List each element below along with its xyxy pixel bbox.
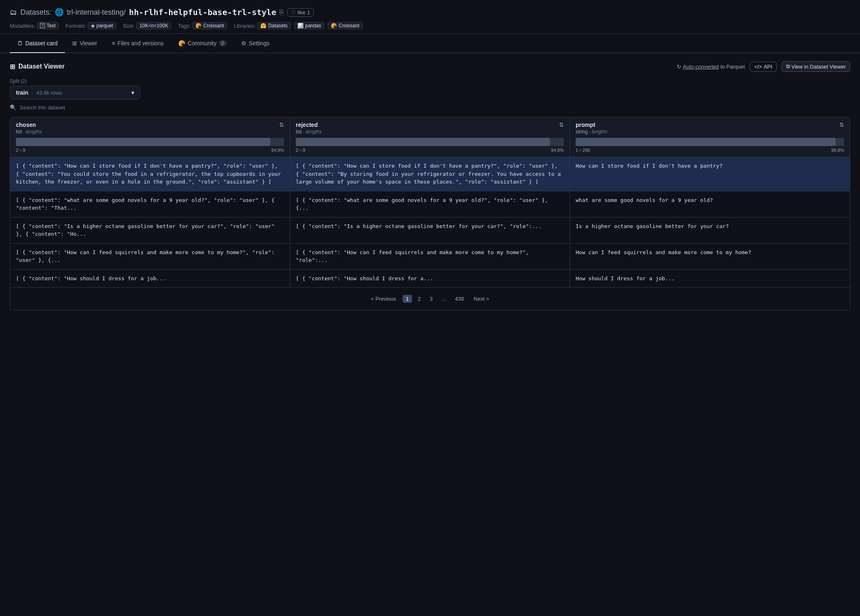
col-chosen-sort[interactable]: ⇅ [279, 122, 284, 128]
row-3-chosen: [ { "content": "How can I feed squirrels… [10, 244, 290, 269]
row-4-rejected: [ { "content": "How should I dress for a… [290, 270, 570, 288]
library-croissant[interactable]: 🥐 Croissant [328, 22, 363, 29]
files-icon: ≡ [112, 40, 115, 47]
like-count: 1 [307, 9, 310, 16]
copy-icon[interactable]: ⎘ [279, 8, 284, 17]
library-pandas[interactable]: 📊 pandas [294, 22, 324, 29]
page-2-button[interactable]: 2 [414, 295, 424, 303]
col-prompt-histogram [576, 138, 844, 146]
like-label: like [297, 9, 306, 16]
tab-files-versions[interactable]: ≡ Files and versions [104, 34, 171, 53]
col-rejected-sort[interactable]: ⇅ [559, 122, 564, 128]
parquet-icon: ◈ [91, 23, 95, 29]
split-dropdown[interactable]: train · 43.8k rows ▾ [10, 86, 140, 100]
col-rejected-type: list · lengths [296, 129, 564, 135]
col-chosen-bar [16, 138, 270, 146]
prev-page-button[interactable]: < Previous [367, 294, 400, 304]
settings-icon: ⚙ [241, 40, 246, 47]
page-1-button[interactable]: 1 [403, 295, 412, 303]
heart-icon: ♡ [291, 9, 296, 16]
row-1-rejected: [ { "content": "what are some good novel… [290, 191, 570, 217]
split-name: train [16, 89, 28, 96]
col-prompt-name: prompt ⇅ [576, 122, 844, 128]
pagination: < Previous 1 2 3 ... 439 Next > [10, 287, 850, 310]
split-dot: · [31, 89, 33, 96]
col-chosen-type: list · lengths [16, 129, 284, 135]
tags-value: 🥐 Croissant [192, 22, 227, 29]
table-row[interactable]: [ { "content": "How can I feed squirrels… [10, 243, 850, 269]
external-link-icon: ⧉ [786, 63, 790, 70]
dataset-table: chosen ⇅ list · lengths 2↔9 94.9% [10, 117, 850, 310]
row-4-prompt: How should I dress for a job... [570, 270, 850, 288]
col-chosen-name: chosen ⇅ [16, 122, 284, 128]
community-badge: 2 [219, 40, 226, 46]
tab-community[interactable]: 🥐 Community 2 [171, 34, 234, 53]
modalities-label: Modalities: [10, 23, 35, 29]
formats-item: Formats: ◈ parquet [65, 22, 116, 29]
croissant-icon: 🥐 [195, 23, 202, 29]
col-prompt-header: prompt ⇅ string · lengths 1↔206 96.8% [570, 117, 850, 157]
tab-dataset-card[interactable]: 🗒 Dataset card [10, 34, 65, 53]
croissant-lib-icon: 🥐 [331, 23, 337, 29]
col-prompt-sort[interactable]: ⇅ [839, 122, 844, 128]
table-row[interactable]: [ { "content": "Is a higher octane gasol… [10, 217, 850, 243]
table-rows: [ { "content": "How can I store food if … [10, 157, 850, 287]
viewer-title: ⊞ Dataset Viewer [10, 63, 65, 71]
row-3-prompt: How can I feed squirrels and make more c… [570, 244, 850, 269]
chevron-down-icon: ▾ [131, 89, 134, 96]
pandas-icon: 📊 [297, 23, 304, 29]
like-btn[interactable]: ♡ like 1 [287, 8, 314, 17]
col-prompt-type: string · lengths [576, 129, 844, 135]
refresh-icon: ↻ [677, 64, 681, 70]
search-icon: 🔍 [10, 104, 16, 111]
col-rejected-name: rejected ⇅ [296, 122, 564, 128]
header-title: 🗂 Datasets: 🌐 trl-internal-testing/hh-rl… [10, 7, 850, 17]
org-name: trl-internal-testing/ [67, 8, 126, 17]
viewer-actions: ↻ Auto-converted to Parquet </> API ⧉ Vi… [677, 61, 850, 72]
row-2-rejected: [ { "content": "Is a higher octane gasol… [290, 217, 570, 243]
col-prompt-stats: 1↔206 96.8% [576, 148, 844, 153]
col-rejected-histogram [296, 138, 564, 146]
col-rejected-header: rejected ⇅ list · lengths 2↔9 94.8% [290, 117, 570, 157]
row-4-chosen: [ { "content": "How should I dress for a… [10, 270, 290, 288]
size-item: Size: 10K<n<100K [123, 22, 171, 29]
viewer-header: ⊞ Dataset Viewer ↻ Auto-converted to Par… [10, 61, 850, 72]
repo-name: hh-rlhf-helpful-base-trl-style [129, 7, 276, 17]
row-0-chosen: [ { "content": "How can I store food if … [10, 157, 290, 191]
row-2-chosen: [ { "content": "Is a higher octane gasol… [10, 217, 290, 243]
org-icon: 🌐 [55, 8, 64, 17]
split-rows: 43.8k rows [36, 90, 62, 96]
api-button[interactable]: </> API [750, 62, 777, 72]
tags-label: Tags: [178, 23, 191, 29]
datasets-lib-icon: 🤗 [260, 23, 266, 29]
page-ellipsis: ... [439, 295, 450, 303]
modalities-value: 🅃 Text [37, 22, 59, 29]
col-rejected-stats: 2↔9 94.8% [296, 148, 564, 153]
table-row[interactable]: [ { "content": "How can I store food if … [10, 157, 850, 191]
page-3-button[interactable]: 3 [426, 295, 436, 303]
main-content: ⊞ Dataset Viewer ↻ Auto-converted to Par… [0, 53, 860, 319]
library-datasets[interactable]: 🤗 Datasets [257, 22, 290, 29]
modalities-item: Modalities: 🅃 Text [10, 22, 59, 29]
table-row[interactable]: [ { "content": "How should I dress for a… [10, 269, 850, 288]
table-row[interactable]: [ { "content": "what are some good novel… [10, 191, 850, 217]
split-label: Split (2) [10, 78, 850, 84]
tab-settings[interactable]: ⚙ Settings [234, 34, 277, 53]
col-prompt-bar [576, 138, 836, 146]
col-chosen-stats: 2↔9 94.9% [16, 148, 284, 153]
next-page-button[interactable]: Next > [470, 294, 493, 304]
table-header: chosen ⇅ list · lengths 2↔9 94.9% [10, 117, 850, 157]
libraries-label: Libraries: [234, 23, 255, 29]
auto-converted-link[interactable]: Auto-converted [683, 64, 719, 70]
page-last-button[interactable]: 439 [452, 295, 467, 303]
community-icon: 🥐 [178, 40, 185, 47]
meta-row: Modalities: 🅃 Text Formats: ◈ parquet Si… [10, 22, 850, 29]
tab-viewer[interactable]: ⊞ Viewer [65, 34, 104, 53]
text-icon: 🅃 [40, 23, 45, 29]
search-placeholder[interactable]: Search this dataset [20, 104, 65, 111]
formats-label: Formats: [65, 23, 86, 29]
header: 🗂 Datasets: 🌐 trl-internal-testing/hh-rl… [0, 0, 860, 34]
view-in-dataset-viewer-button[interactable]: ⧉ View in Dataset Viewer [782, 61, 850, 72]
search-bar: 🔍 Search this dataset [10, 104, 850, 111]
row-0-rejected: [ { "content": "How can I store food if … [290, 157, 570, 191]
